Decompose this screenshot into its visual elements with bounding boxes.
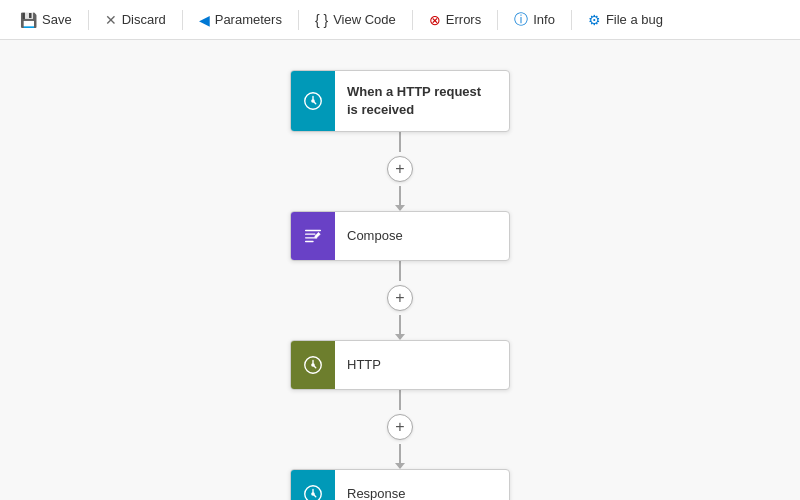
divider-2 xyxy=(182,10,183,30)
step-compose[interactable]: Compose xyxy=(290,211,510,261)
info-icon: ⓘ xyxy=(514,11,528,29)
discard-button[interactable]: ✕ Discard xyxy=(97,8,174,32)
response-icon xyxy=(302,483,324,500)
divider-5 xyxy=(497,10,498,30)
response-label: Response xyxy=(335,477,418,500)
svg-point-3 xyxy=(311,363,315,367)
connector-1: + xyxy=(387,132,413,211)
add-step-2-button[interactable]: + xyxy=(387,285,413,311)
trigger-label: When a HTTP requestis received xyxy=(335,75,493,127)
response-icon-bg xyxy=(291,470,335,500)
compose-icon xyxy=(302,225,324,247)
svg-point-5 xyxy=(311,492,315,496)
http-icon xyxy=(302,354,324,376)
divider-4 xyxy=(412,10,413,30)
errors-icon: ⊗ xyxy=(429,12,441,28)
http-label: HTTP xyxy=(335,348,393,382)
errors-label: Errors xyxy=(446,12,481,27)
compose-icon-bg xyxy=(291,212,335,260)
save-button[interactable]: 💾 Save xyxy=(12,8,80,32)
info-button[interactable]: ⓘ Info xyxy=(506,7,563,33)
http-trigger-icon xyxy=(302,90,324,112)
svg-point-1 xyxy=(311,99,315,103)
divider-3 xyxy=(298,10,299,30)
connector-2: + xyxy=(387,261,413,340)
step-http[interactable]: HTTP xyxy=(290,340,510,390)
file-bug-label: File a bug xyxy=(606,12,663,27)
line-2b xyxy=(399,315,401,335)
flow-canvas: When a HTTP requestis received + Compose… xyxy=(0,40,800,500)
errors-button[interactable]: ⊗ Errors xyxy=(421,8,489,32)
file-bug-button[interactable]: ⚙ File a bug xyxy=(580,8,671,32)
discard-icon: ✕ xyxy=(105,12,117,28)
info-label: Info xyxy=(533,12,555,27)
bug-icon: ⚙ xyxy=(588,12,601,28)
step-trigger[interactable]: When a HTTP requestis received xyxy=(290,70,510,132)
add-step-3-button[interactable]: + xyxy=(387,414,413,440)
step-response[interactable]: Response xyxy=(290,469,510,500)
parameters-icon: ◀ xyxy=(199,12,210,28)
trigger-icon-bg xyxy=(291,71,335,131)
divider-6 xyxy=(571,10,572,30)
view-code-icon: { } xyxy=(315,12,328,28)
divider-1 xyxy=(88,10,89,30)
parameters-button[interactable]: ◀ Parameters xyxy=(191,8,290,32)
line-3b xyxy=(399,444,401,464)
toolbar: 💾 Save ✕ Discard ◀ Parameters { } View C… xyxy=(0,0,800,40)
save-label: Save xyxy=(42,12,72,27)
view-code-button[interactable]: { } View Code xyxy=(307,8,404,32)
compose-label: Compose xyxy=(335,219,415,253)
view-code-label: View Code xyxy=(333,12,396,27)
discard-label: Discard xyxy=(122,12,166,27)
http-icon-bg xyxy=(291,341,335,389)
connector-3: + xyxy=(387,390,413,469)
add-step-1-button[interactable]: + xyxy=(387,156,413,182)
parameters-label: Parameters xyxy=(215,12,282,27)
line-1 xyxy=(399,132,401,152)
line-3 xyxy=(399,390,401,410)
flow-container: When a HTTP requestis received + Compose… xyxy=(290,70,510,500)
line-1b xyxy=(399,186,401,206)
line-2 xyxy=(399,261,401,281)
save-icon: 💾 xyxy=(20,12,37,28)
